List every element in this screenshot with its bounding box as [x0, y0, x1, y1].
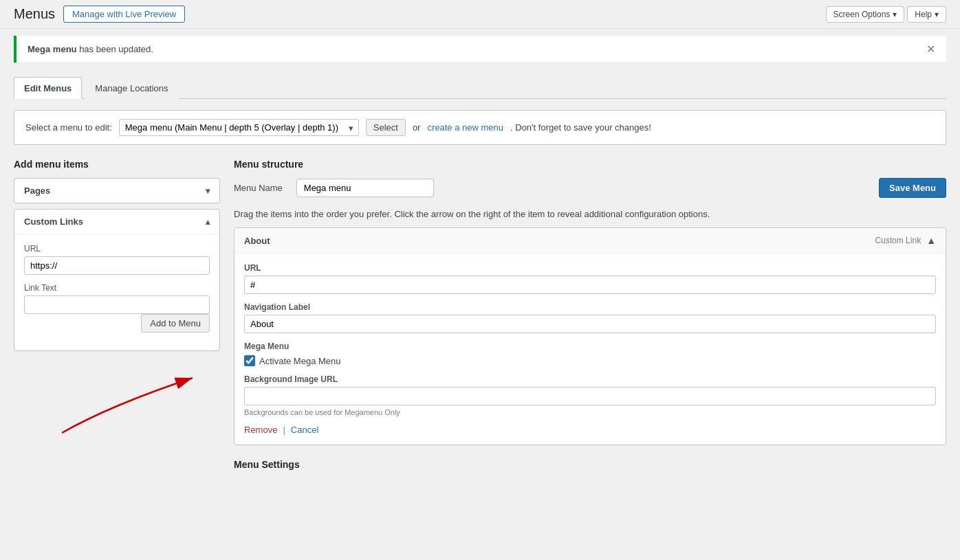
url-input[interactable]: [24, 256, 210, 275]
activate-mega-menu-row: Activate Mega Menu: [244, 355, 936, 366]
actions-separator: |: [283, 425, 285, 435]
pages-label: Pages: [24, 186, 50, 196]
screen-options-chevron-icon: ▾: [893, 10, 897, 19]
menu-name-row: Menu Name Save Menu: [234, 178, 946, 198]
bg-image-input[interactable]: [244, 387, 936, 405]
notice-text: Mega menu has been updated.: [28, 44, 153, 54]
item-url-group: URL: [244, 263, 936, 294]
top-bar: Menus Manage with Live Preview Screen Op…: [0, 0, 960, 29]
custom-links-arrow-icon: ▴: [206, 217, 210, 227]
top-bar-left: Menus Manage with Live Preview: [14, 5, 185, 23]
tabs-container: Edit Menus Manage Locations: [14, 76, 946, 99]
help-label: Help: [915, 10, 932, 19]
item-url-input[interactable]: [244, 276, 936, 294]
item-url-label: URL: [244, 263, 936, 273]
notice-suffix: has been updated.: [79, 44, 153, 54]
menu-item-body: URL Navigation Label Mega Menu Activate: [234, 254, 946, 445]
live-preview-button[interactable]: Manage with Live Preview: [63, 5, 185, 23]
menu-structure-title: Menu structure: [234, 159, 946, 170]
mega-menu-section: Mega Menu Activate Mega Menu: [244, 341, 936, 366]
item-nav-label-input[interactable]: [244, 315, 936, 333]
notice-menu-name: Mega menu: [28, 44, 77, 54]
menu-name-label: Menu Name: [234, 183, 283, 193]
link-text-input[interactable]: [24, 295, 210, 314]
custom-links-label: Custom Links: [24, 216, 83, 227]
bg-image-group: Background Image URL Backgrounds can be …: [244, 374, 936, 416]
menu-item-header: About Custom Link ▲: [234, 228, 946, 254]
url-label: URL: [24, 244, 210, 254]
pages-arrow-icon: ▾: [206, 186, 210, 196]
pages-panel: Pages ▾: [14, 178, 220, 203]
menu-item-card: About Custom Link ▲ URL Navigation Label: [234, 227, 946, 445]
top-bar-right: Screen Options ▾ Help ▾: [826, 6, 946, 23]
bg-image-hint: Backgrounds can be used for Megamenu Onl…: [244, 408, 936, 416]
bg-image-label: Background Image URL: [244, 374, 936, 384]
custom-links-body: URL Link Text Add to Menu: [14, 234, 219, 350]
activate-mega-menu-checkbox[interactable]: [244, 355, 255, 366]
two-column-layout: Add menu items Pages ▾ Custom Links ▴ UR…: [14, 159, 946, 478]
select-button[interactable]: Select: [366, 119, 406, 136]
menu-item-type: Custom Link: [875, 236, 921, 245]
menu-settings-section: Menu Settings: [234, 459, 946, 470]
right-column: Menu structure Menu Name Save Menu Drag …: [234, 159, 946, 478]
tab-edit-menus[interactable]: Edit Menus: [14, 77, 82, 99]
add-to-menu-button[interactable]: Add to Menu: [141, 314, 210, 333]
help-chevron-icon: ▾: [935, 10, 939, 19]
screen-options-label: Screen Options: [833, 10, 891, 19]
reminder-text: . Don't forget to save your changes!: [510, 122, 651, 133]
main-content: Edit Menus Manage Locations Select a men…: [0, 69, 960, 485]
page-title: Menus: [14, 6, 55, 22]
menu-item-header-right: Custom Link ▲: [875, 235, 936, 246]
menu-settings-title: Menu Settings: [234, 459, 946, 470]
or-text: or: [413, 122, 421, 133]
select-menu-label: Select a menu to edit:: [25, 122, 112, 133]
screen-options-button[interactable]: Screen Options ▾: [826, 6, 905, 23]
item-actions: Remove | Cancel: [244, 425, 936, 435]
menu-select-dropdown[interactable]: Mega menu (Main Menu | depth 5 (Overlay …: [119, 119, 359, 136]
menu-select-wrapper: Mega menu (Main Menu | depth 5 (Overlay …: [119, 119, 359, 136]
help-button[interactable]: Help ▾: [907, 6, 946, 23]
cancel-link[interactable]: Cancel: [291, 425, 318, 435]
drag-hint-text: Drag the items into the order you prefer…: [234, 209, 946, 219]
item-nav-label-group: Navigation Label: [244, 302, 936, 333]
select-menu-bar: Select a menu to edit: Mega menu (Main M…: [14, 110, 946, 145]
menu-item-title: About: [244, 236, 270, 246]
link-text-label: Link Text: [24, 283, 210, 293]
notice-close-button[interactable]: ✕: [926, 43, 935, 56]
create-new-menu-link[interactable]: create a new menu: [427, 122, 503, 133]
mega-menu-label: Mega Menu: [244, 341, 936, 351]
link-text-row: Link Text Add to Menu: [24, 283, 210, 333]
save-menu-button[interactable]: Save Menu: [879, 178, 946, 198]
add-menu-items-title: Add menu items: [14, 159, 220, 170]
url-row: URL: [24, 244, 210, 275]
menu-name-group: Menu Name: [234, 179, 434, 197]
menu-item-collapse-button[interactable]: ▲: [926, 235, 936, 246]
activate-mega-menu-checkbox-label: Activate Mega Menu: [259, 356, 341, 366]
success-notice: Mega menu has been updated. ✕: [14, 36, 946, 63]
custom-links-header[interactable]: Custom Links ▴: [14, 210, 219, 234]
remove-link[interactable]: Remove: [244, 425, 277, 435]
pages-header[interactable]: Pages ▾: [14, 179, 219, 203]
menu-name-input[interactable]: [296, 179, 434, 197]
item-nav-label-label: Navigation Label: [244, 302, 936, 312]
left-column: Add menu items Pages ▾ Custom Links ▴ UR…: [14, 159, 220, 478]
custom-links-panel: Custom Links ▴ URL Link Text Add to Menu: [14, 209, 220, 351]
tab-manage-locations[interactable]: Manage Locations: [85, 77, 178, 99]
